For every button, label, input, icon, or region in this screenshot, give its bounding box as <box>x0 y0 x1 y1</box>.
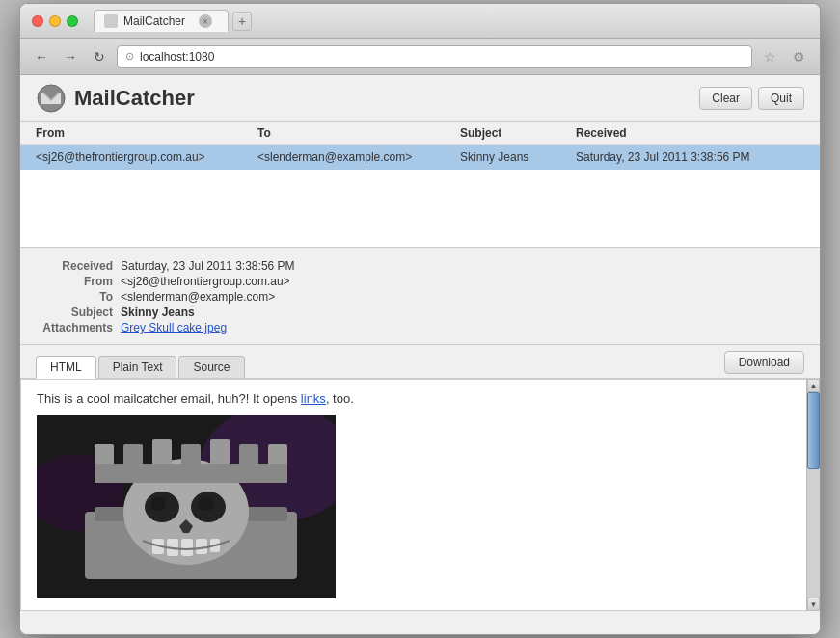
mail-list-header: From To Subject Received <box>20 122 820 145</box>
body-text-before-link: This is a cool mailcatcher email, huh?! … <box>37 391 301 406</box>
svg-rect-11 <box>181 539 193 556</box>
mail-body: This is a cool mailcatcher email, huh?! … <box>20 379 820 611</box>
tab-favicon <box>104 14 118 28</box>
tab-close-button[interactable]: × <box>199 14 212 28</box>
body-text-after-link: , too. <box>326 391 354 406</box>
app-logo <box>36 83 67 114</box>
col-from: From <box>36 126 257 140</box>
from-label: From <box>36 275 113 288</box>
forward-button[interactable]: → <box>59 45 82 68</box>
download-button[interactable]: Download <box>724 351 804 374</box>
tab-area: MailCatcher × + <box>94 10 808 32</box>
mail-from: <sj26@thefrontiergroup.com.au> <box>36 150 257 164</box>
maximize-button[interactable] <box>67 15 78 27</box>
browser-window: MailCatcher × + ← → ↻ ⊙ localhost:1080 ☆… <box>19 3 821 635</box>
mail-body-image <box>37 415 336 598</box>
from-value: <sj26@thefrontiergroup.com.au> <box>121 275 290 288</box>
col-received: Received <box>576 126 804 140</box>
quit-button[interactable]: Quit <box>758 87 804 110</box>
mail-detail: Received Saturday, 23 Jul 2011 3:38:56 P… <box>20 248 820 345</box>
tab-source[interactable]: Source <box>178 356 244 378</box>
scrollbar[interactable]: ▲ ▼ <box>806 379 820 611</box>
address-text: localhost:1080 <box>140 50 744 64</box>
received-label: Received <box>36 259 113 273</box>
app-header: MailCatcher Clear Quit <box>20 75 820 122</box>
minimize-button[interactable] <box>49 15 61 27</box>
refresh-button[interactable]: ↻ <box>88 45 111 68</box>
detail-received-row: Received Saturday, 23 Jul 2011 3:38:56 P… <box>36 259 804 273</box>
attachments-label: Attachments <box>36 321 113 334</box>
browser-tab[interactable]: MailCatcher × <box>94 10 229 32</box>
subject-value: Skinny Jeans <box>121 306 195 319</box>
tab-label: MailCatcher <box>123 14 185 28</box>
svg-point-22 <box>150 497 166 511</box>
to-value: <slenderman@example.com> <box>121 290 275 304</box>
mail-subject: Skinny Jeans <box>460 150 576 164</box>
app-content: MailCatcher Clear Quit From To Subject R… <box>20 75 820 634</box>
svg-rect-21 <box>95 464 287 483</box>
mail-to: <slenderman@example.com> <box>257 150 460 164</box>
mail-received: Saturday, 23 Jul 2011 3:38:56 PM <box>576 150 804 164</box>
new-tab-button[interactable]: + <box>232 12 252 31</box>
col-to: To <box>257 126 460 140</box>
mail-list: From To Subject Received <sj26@thefronti… <box>20 122 820 248</box>
subject-label: Subject <box>36 306 113 319</box>
view-tabs: HTML Plain Text Source <box>36 356 247 378</box>
body-link[interactable]: links <box>301 391 326 406</box>
bookmark-icon[interactable]: ☆ <box>758 45 781 68</box>
received-value: Saturday, 23 Jul 2011 3:38:56 PM <box>121 259 295 273</box>
lock-icon: ⊙ <box>125 50 134 63</box>
detail-subject-row: Subject Skinny Jeans <box>36 306 804 319</box>
clear-button[interactable]: Clear <box>699 87 752 110</box>
to-label: To <box>36 290 113 304</box>
attachment-link[interactable]: Grey Skull cake.jpeg <box>121 321 227 334</box>
mail-list-empty <box>20 170 820 247</box>
view-tabs-bar: HTML Plain Text Source Download <box>20 345 820 379</box>
tab-html[interactable]: HTML <box>36 356 96 379</box>
mail-row[interactable]: <sj26@thefrontiergroup.com.au> <slenderm… <box>20 145 820 170</box>
scrollbar-up-button[interactable]: ▲ <box>807 379 820 392</box>
tab-plain-text[interactable]: Plain Text <box>98 356 177 378</box>
mail-body-text: This is a cool mailcatcher email, huh?! … <box>37 391 790 406</box>
close-button[interactable] <box>32 15 43 27</box>
scrollbar-thumb-area <box>807 392 820 598</box>
title-bar: MailCatcher × + <box>20 4 820 39</box>
mail-body-wrapper: This is a cool mailcatcher email, huh?! … <box>20 379 820 611</box>
app-title: MailCatcher <box>74 86 693 111</box>
svg-rect-12 <box>196 539 207 554</box>
scrollbar-thumb[interactable] <box>807 392 820 469</box>
back-button[interactable]: ← <box>30 45 53 68</box>
address-bar[interactable]: ⊙ localhost:1080 <box>117 45 752 68</box>
detail-attachments-row: Attachments Grey Skull cake.jpeg <box>36 321 804 334</box>
scrollbar-down-button[interactable]: ▼ <box>807 598 820 611</box>
settings-icon[interactable]: ⚙ <box>787 45 810 68</box>
svg-point-23 <box>199 497 214 511</box>
nav-bar: ← → ↻ ⊙ localhost:1080 ☆ ⚙ <box>20 39 820 75</box>
traffic-lights <box>32 15 78 27</box>
detail-from-row: From <sj26@thefrontiergroup.com.au> <box>36 275 804 288</box>
col-subject: Subject <box>460 126 576 140</box>
detail-to-row: To <slenderman@example.com> <box>36 290 804 304</box>
